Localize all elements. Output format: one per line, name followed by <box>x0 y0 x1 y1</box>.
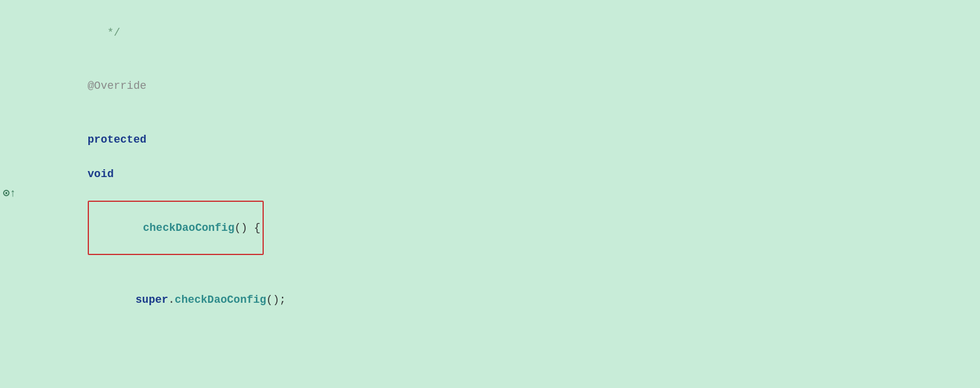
space <box>88 150 94 163</box>
method-call: checkDaoConfig <box>175 294 266 306</box>
code-line: super.checkDaoConfig(); <box>0 273 980 326</box>
annotation: @Override <box>88 80 146 92</box>
keyword-void: void <box>88 168 114 180</box>
code-editor: */ @Override ⊙↑ protected void checkDaoC… <box>0 0 980 388</box>
code-line: @Override <box>0 59 980 112</box>
highlight-method-name: checkDaoConfig() { <box>88 201 264 255</box>
indent <box>88 294 136 306</box>
code-line: */ <box>0 6 980 59</box>
dot: . <box>168 294 175 306</box>
punct: (); <box>266 294 286 306</box>
keyword-protected: protected <box>88 134 146 146</box>
line-content: protected void checkDaoConfig() { <box>39 114 980 273</box>
line-content: @Override <box>39 60 980 112</box>
code-line: ⊙↑ protected void checkDaoConfig() { <box>0 113 980 273</box>
space <box>88 186 94 198</box>
parens: () { <box>234 222 260 234</box>
line-content: notNull(this.mapperInterface, "Property … <box>39 350 980 388</box>
line-content: super.checkDaoConfig(); <box>39 274 980 326</box>
code-line: notNull(this.mapperInterface, "Property … <box>0 349 980 388</box>
arrow-icon: ⊙↑ <box>3 186 16 199</box>
line-content: */ <box>39 7 980 59</box>
line-content <box>39 329 980 347</box>
keyword-super: super <box>136 294 168 306</box>
method-name: checkDaoConfig <box>143 222 234 234</box>
comment: */ <box>88 27 120 39</box>
code-line <box>0 326 980 349</box>
